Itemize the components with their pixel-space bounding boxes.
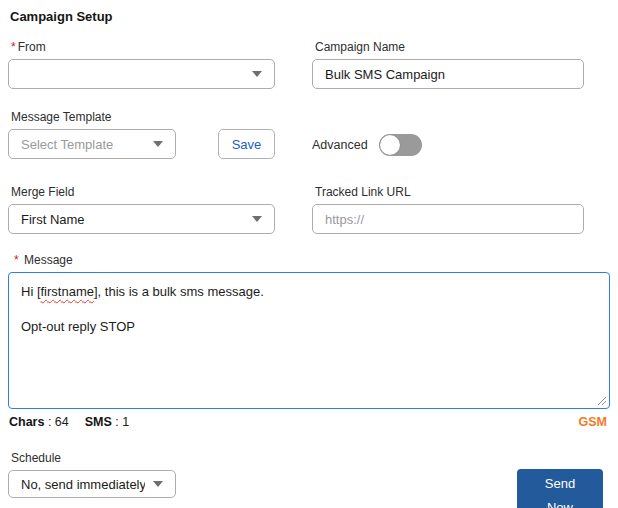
from-label: *From bbox=[11, 41, 275, 54]
schedule-label: Schedule bbox=[11, 452, 176, 465]
chevron-down-icon bbox=[153, 481, 163, 487]
advanced-toggle[interactable] bbox=[379, 134, 422, 156]
merge-field-select[interactable]: First Name bbox=[8, 204, 275, 234]
message-line-2: Opt-out reply STOP bbox=[21, 318, 597, 335]
chars-value: 64 bbox=[55, 415, 69, 429]
page-title: Campaign Setup bbox=[10, 9, 610, 24]
toggle-knob-icon bbox=[380, 135, 400, 155]
sms-value: 1 bbox=[122, 415, 129, 429]
tracked-link-url-input[interactable] bbox=[312, 204, 584, 234]
tracked-link-url-label: Tracked Link URL bbox=[315, 186, 584, 199]
message-template-placeholder: Select Template bbox=[21, 137, 145, 152]
save-button[interactable]: Save bbox=[218, 129, 275, 159]
schedule-select[interactable]: No, send immediately bbox=[8, 470, 176, 498]
advanced-label: Advanced bbox=[312, 138, 368, 152]
merge-token: firstname bbox=[41, 284, 94, 299]
chevron-down-icon bbox=[252, 216, 262, 222]
sms-counter: SMS : 1 bbox=[85, 415, 129, 429]
message-template-label: Message Template bbox=[11, 111, 275, 124]
send-now-button[interactable]: Send Now bbox=[517, 469, 603, 508]
campaign-name-label: Campaign Name bbox=[315, 41, 584, 54]
required-asterisk: * bbox=[14, 253, 19, 267]
schedule-value: No, send immediately bbox=[21, 477, 145, 492]
chevron-down-icon bbox=[252, 71, 262, 77]
message-textarea[interactable]: Hi [firstname], this is a bulk sms messa… bbox=[8, 272, 610, 409]
chevron-down-icon bbox=[153, 141, 163, 147]
chars-counter: Chars : 64 bbox=[9, 415, 69, 429]
message-line-1: Hi [firstname], this is a bulk sms messa… bbox=[21, 283, 597, 300]
merge-field-value: First Name bbox=[21, 212, 244, 227]
merge-field-label: Merge Field bbox=[11, 186, 275, 199]
encoding-badge: GSM bbox=[579, 415, 607, 429]
resize-handle-icon[interactable] bbox=[597, 396, 607, 406]
campaign-name-input[interactable] bbox=[312, 59, 584, 89]
required-asterisk: * bbox=[11, 40, 16, 54]
message-label: * Message bbox=[14, 254, 610, 267]
campaign-setup-panel: Campaign Setup *From Campaign Name Messa… bbox=[0, 0, 618, 508]
from-select[interactable] bbox=[8, 59, 275, 89]
message-template-select[interactable]: Select Template bbox=[8, 129, 176, 159]
